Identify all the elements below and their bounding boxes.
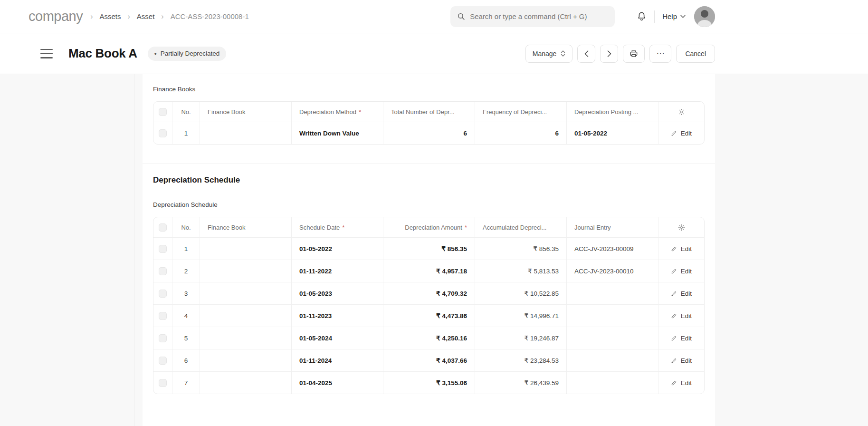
schedule-date-cell[interactable]: 01-11-2024 xyxy=(292,349,383,371)
column-header-no[interactable]: No. xyxy=(172,217,200,237)
column-header-finance-book[interactable]: Finance Book xyxy=(200,102,292,122)
row-checkbox[interactable] xyxy=(159,312,167,320)
depreciation-amount-cell[interactable]: ₹ 4,037.66 xyxy=(383,349,475,371)
column-header-no[interactable]: No. xyxy=(172,102,200,122)
column-header-posting-date[interactable]: Depreciation Posting ... xyxy=(567,102,658,122)
company-logo[interactable]: company xyxy=(29,9,83,24)
notifications-button[interactable] xyxy=(637,11,647,21)
depreciation-amount-cell[interactable]: ₹ 4,250.16 xyxy=(383,327,475,349)
depreciation-method-cell[interactable]: Written Down Value xyxy=(292,122,383,144)
ellipsis-icon: ⋯ xyxy=(656,49,665,58)
posting-date-cell[interactable]: 01-05-2022 xyxy=(567,122,658,144)
column-header-frequency[interactable]: Frequency of Depreci... xyxy=(475,102,567,122)
row-checkbox[interactable] xyxy=(159,334,167,342)
grid-settings-button[interactable] xyxy=(658,217,704,237)
total-depreciations-cell[interactable]: 6 xyxy=(383,122,475,144)
schedule-date-cell[interactable]: 01-11-2022 xyxy=(292,260,383,282)
row-checkbox[interactable] xyxy=(159,290,167,298)
pencil-icon xyxy=(671,290,677,297)
cancel-button[interactable]: Cancel xyxy=(676,45,715,63)
journal-entry-cell[interactable]: ACC-JV-2023-00009 xyxy=(567,238,658,260)
finance-book-cell[interactable] xyxy=(200,122,292,144)
accumulated-depreciation-cell[interactable]: ₹ 19,246.87 xyxy=(475,327,567,349)
select-all-checkbox[interactable] xyxy=(159,223,167,232)
help-menu[interactable]: Help xyxy=(662,12,686,20)
global-search-input[interactable]: Search or type a command (Ctrl + G) xyxy=(450,6,615,27)
form-sidebar xyxy=(0,74,134,426)
next-record-button[interactable] xyxy=(600,45,618,63)
edit-row-button[interactable]: Edit xyxy=(671,312,692,320)
edit-row-button[interactable]: Edit xyxy=(671,379,692,387)
journal-entry-cell[interactable] xyxy=(567,349,658,371)
chevron-right-icon xyxy=(607,50,611,57)
finance-book-cell[interactable] xyxy=(200,327,292,349)
column-header-total-depreciations[interactable]: Total Number of Depr... xyxy=(383,102,475,122)
sidebar-toggle-button[interactable] xyxy=(40,49,53,58)
row-checkbox[interactable] xyxy=(159,267,167,275)
edit-row-button[interactable]: Edit xyxy=(671,130,692,137)
edit-row-button[interactable]: Edit xyxy=(671,245,692,252)
depreciation-amount-cell[interactable]: ₹ 4,473.86 xyxy=(383,305,475,327)
gear-icon xyxy=(678,108,685,116)
journal-entry-cell[interactable] xyxy=(567,282,658,304)
edit-row-button[interactable]: Edit xyxy=(671,357,692,364)
journal-entry-cell[interactable] xyxy=(567,305,658,327)
more-options-button[interactable]: ⋯ xyxy=(649,45,671,63)
previous-record-button[interactable] xyxy=(577,45,595,63)
finance-books-table: No. Finance Book Depreciation Method* To… xyxy=(153,101,705,145)
row-checkbox[interactable] xyxy=(159,379,167,387)
depreciation-schedule-header-row: No. Finance Book Schedule Date* Deprecia… xyxy=(153,217,704,237)
accumulated-depreciation-cell[interactable]: ₹ 5,813.53 xyxy=(475,260,567,282)
accumulated-depreciation-cell[interactable]: ₹ 26,439.59 xyxy=(475,372,567,394)
schedule-date-cell[interactable]: 01-11-2023 xyxy=(292,305,383,327)
column-header-depreciation-amount[interactable]: Depreciation Amount* xyxy=(383,217,475,237)
schedule-date-cell[interactable]: 01-04-2025 xyxy=(292,372,383,394)
finance-book-cell[interactable] xyxy=(200,238,292,260)
schedule-date-cell[interactable]: 01-05-2022 xyxy=(292,238,383,260)
journal-entry-cell[interactable] xyxy=(567,327,658,349)
column-header-depreciation-method[interactable]: Depreciation Method* xyxy=(292,102,383,122)
finance-book-cell[interactable] xyxy=(200,305,292,327)
column-header-journal-entry[interactable]: Journal Entry xyxy=(567,217,658,237)
frequency-cell[interactable]: 6 xyxy=(475,122,567,144)
edit-row-button[interactable]: Edit xyxy=(671,335,692,342)
breadcrumb-separator: › xyxy=(161,12,163,21)
schedule-date-cell[interactable]: 01-05-2024 xyxy=(292,327,383,349)
print-button[interactable] xyxy=(623,45,645,63)
row-checkbox[interactable] xyxy=(159,357,167,365)
accumulated-depreciation-cell[interactable]: ₹ 10,522.85 xyxy=(475,282,567,304)
breadcrumb-assets-link[interactable]: Assets xyxy=(100,12,121,20)
manage-button[interactable]: Manage xyxy=(525,45,573,63)
journal-entry-cell[interactable]: ACC-JV-2023-00010 xyxy=(567,260,658,282)
table-row: 4 01-11-2023 ₹ 4,473.86 ₹ 14,996.71 Edit xyxy=(153,304,704,327)
form-card: Finance Books No. Finance Book Depreciat… xyxy=(143,74,715,426)
edit-row-button[interactable]: Edit xyxy=(671,268,692,275)
depreciation-amount-cell[interactable]: ₹ 4,709.32 xyxy=(383,282,475,304)
column-header-finance-book[interactable]: Finance Book xyxy=(200,217,292,237)
pencil-icon xyxy=(671,380,677,386)
row-checkbox[interactable] xyxy=(159,245,167,253)
select-all-checkbox[interactable] xyxy=(159,108,167,116)
finance-book-cell[interactable] xyxy=(200,349,292,371)
user-avatar[interactable] xyxy=(694,6,715,27)
breadcrumb-asset-link[interactable]: Asset xyxy=(137,12,155,20)
journal-entry-cell[interactable] xyxy=(567,372,658,394)
accumulated-depreciation-cell[interactable]: ₹ 23,284.53 xyxy=(475,349,567,371)
depreciation-amount-cell[interactable]: ₹ 3,155.06 xyxy=(383,372,475,394)
bell-icon xyxy=(637,11,647,21)
finance-books-rows: 1 Written Down Value 6 6 01-05-2022 Edit xyxy=(153,122,704,144)
row-checkbox[interactable] xyxy=(159,129,167,137)
accumulated-depreciation-cell[interactable]: ₹ 856.35 xyxy=(475,238,567,260)
column-header-schedule-date[interactable]: Schedule Date* xyxy=(292,217,383,237)
finance-book-cell[interactable] xyxy=(200,282,292,304)
grid-settings-button[interactable] xyxy=(658,102,704,122)
edit-label: Edit xyxy=(681,357,692,364)
depreciation-amount-cell[interactable]: ₹ 856.35 xyxy=(383,238,475,260)
edit-row-button[interactable]: Edit xyxy=(671,290,692,297)
accumulated-depreciation-cell[interactable]: ₹ 14,996.71 xyxy=(475,305,567,327)
schedule-date-cell[interactable]: 01-05-2023 xyxy=(292,282,383,304)
column-header-accumulated-depreciation[interactable]: Accumulated Depreci... xyxy=(475,217,567,237)
finance-book-cell[interactable] xyxy=(200,372,292,394)
depreciation-amount-cell[interactable]: ₹ 4,957.18 xyxy=(383,260,475,282)
finance-book-cell[interactable] xyxy=(200,260,292,282)
